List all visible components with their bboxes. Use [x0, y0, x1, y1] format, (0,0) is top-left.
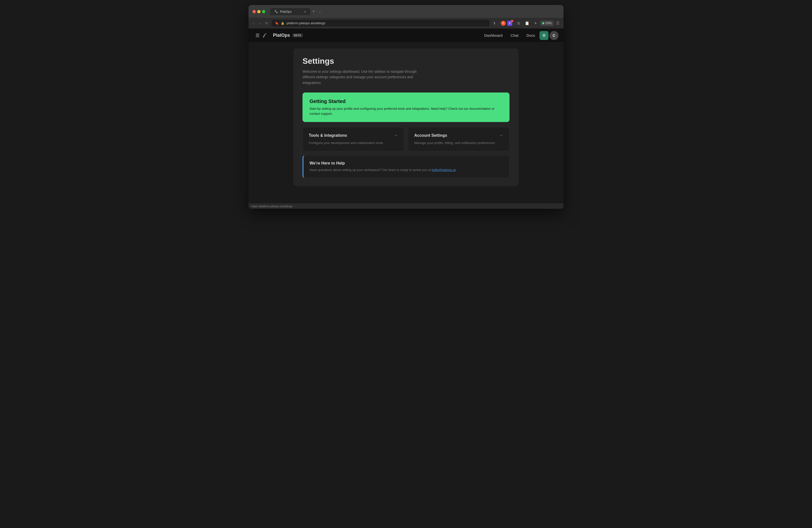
brand-logo-icon: 𝒻 [263, 32, 271, 39]
browser-window: 🔧 PlatOps ✕ + ⌄ ‹ › ↻ 🔖 🔒 platform.plato… [248, 5, 564, 209]
help-email-link[interactable]: hello@platops.ai [432, 168, 455, 172]
app-content: ☰ 𝒻 PlatOps BETA Dashboard Chat Docs ⚙ C [248, 29, 564, 204]
gear-icon: ⚙ [542, 33, 546, 38]
brave-icon: B [501, 21, 506, 26]
help-card-title: We're Here to Help [309, 161, 503, 165]
tab-favicon: 🔧 [274, 10, 278, 14]
browser-titlebar: 🔧 PlatOps ✕ + ⌄ [248, 5, 564, 18]
tools-card-header: Tools & Integrations → [309, 133, 398, 138]
tabs-dropdown-button[interactable]: ⌄ [317, 9, 323, 15]
minimize-window-button[interactable] [257, 10, 261, 13]
tab-title: PlatOps [280, 10, 291, 14]
close-window-button[interactable] [252, 10, 256, 13]
vpn-label: VPN [545, 21, 551, 25]
nav-chat[interactable]: Chat [507, 31, 522, 40]
beta-badge: BETA [292, 33, 303, 37]
account-card-description: Manage your profile, billing, and notifi… [414, 141, 503, 146]
tab-bar: 🔧 PlatOps ✕ + ⌄ [270, 8, 560, 15]
share-button[interactable]: ⬆ [492, 20, 497, 26]
extension-badge: 1 [511, 20, 513, 22]
vpn-button[interactable]: VPN [540, 20, 553, 26]
new-tab-button[interactable]: + [310, 8, 317, 15]
getting-started-banner: Getting Started Start by setting up your… [303, 92, 509, 122]
account-arrow-icon: → [499, 133, 503, 138]
account-card-header: Account Settings → [414, 133, 503, 138]
help-card-description: Have questions about setting up your wor… [309, 167, 503, 173]
user-avatar-letter: C [553, 33, 555, 38]
page-main: Settings Welcome to your settings dashbo… [286, 43, 526, 192]
layout-toggle-button[interactable]: ⊞ [516, 20, 522, 27]
navbar-nav: Dashboard Chat Docs ⚙ C [481, 31, 559, 40]
ai-button[interactable]: ✦ [533, 20, 539, 27]
getting-started-title: Getting Started [309, 99, 503, 104]
brand-name: PlatOps [273, 33, 290, 38]
status-bar-url: https://platform.platops.ai/settings [251, 205, 292, 208]
browser-toolbar: ‹ › ↻ 🔖 🔒 platform.platops.ai/settings ⬆… [248, 18, 564, 29]
settings-icon-button[interactable]: ⚙ [539, 31, 549, 40]
browser-tab[interactable]: 🔧 PlatOps ✕ [270, 8, 310, 15]
getting-started-description: Start by setting up your profile and con… [309, 106, 503, 116]
extension-icon: ⚡ 1 [507, 21, 512, 26]
status-bar: https://platform.platops.ai/settings [248, 204, 564, 209]
browser-controls: 🔧 PlatOps ✕ + ⌄ [252, 8, 560, 15]
settings-card: Settings Welcome to your settings dashbo… [293, 48, 519, 186]
toolbar-actions: ⬆ B ⚡ 1 ⊞ 📋 ✦ VPN ☰ [492, 20, 561, 27]
page-description: Welcome to your settings dashboard. Use … [303, 69, 427, 86]
app-navbar: ☰ 𝒻 PlatOps BETA Dashboard Chat Docs ⚙ C [248, 29, 564, 43]
account-settings-card[interactable]: Account Settings → Manage your profile, … [408, 127, 509, 151]
nav-docs[interactable]: Docs [523, 31, 538, 40]
page-title: Settings [303, 57, 509, 66]
user-avatar-button[interactable]: C [550, 31, 559, 40]
tab-close-button[interactable]: ✕ [304, 10, 306, 14]
reading-list-button[interactable]: 📋 [523, 20, 531, 27]
help-desc-prefix: Have questions about setting up your wor… [309, 168, 432, 172]
back-button[interactable]: ‹ [251, 20, 256, 26]
help-card: We're Here to Help Have questions about … [303, 155, 509, 178]
feature-cards-row: Tools & Integrations → Configure your de… [303, 127, 509, 151]
tools-card-title: Tools & Integrations [309, 133, 347, 138]
nav-dashboard[interactable]: Dashboard [481, 31, 506, 40]
vpn-dot [542, 22, 544, 24]
maximize-window-button[interactable] [262, 10, 265, 13]
hamburger-button[interactable]: ☰ [253, 32, 261, 39]
security-icon: 🔒 [281, 21, 285, 25]
bookmark-icon: 🔖 [275, 21, 279, 25]
forward-button[interactable]: › [258, 20, 262, 26]
browser-menu-button[interactable]: ☰ [555, 20, 561, 27]
tools-integrations-card[interactable]: Tools & Integrations → Configure your de… [303, 127, 404, 151]
brand: 𝒻 PlatOps BETA [263, 32, 303, 39]
tools-card-description: Configure your development and collabora… [309, 141, 398, 146]
traffic-lights [252, 10, 265, 13]
account-card-title: Account Settings [414, 133, 447, 138]
url-display: platform.platops.ai/settings [287, 21, 325, 25]
reload-button[interactable]: ↻ [264, 20, 270, 26]
tools-arrow-icon: → [393, 133, 398, 138]
address-bar[interactable]: 🔖 🔒 platform.platops.ai/settings [272, 20, 490, 27]
